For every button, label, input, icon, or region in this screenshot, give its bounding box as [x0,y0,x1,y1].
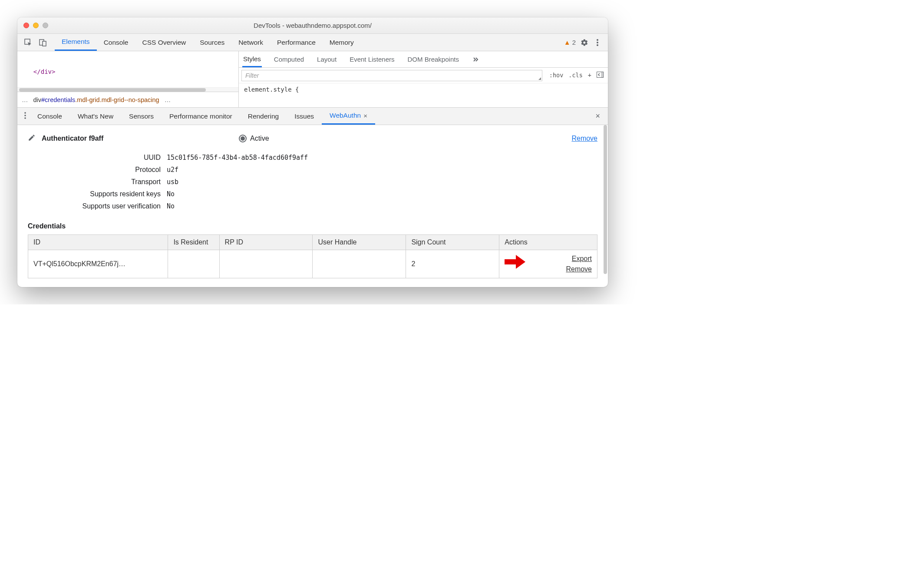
table-header-row: ID Is Resident RP ID User Handle Sign Co… [28,235,597,250]
drawer-close-x-icon[interactable]: × [591,112,604,121]
authenticator-header: Authenticator f9aff Active Remove [28,134,597,143]
warnings-badge[interactable]: ▲ 2 [564,39,576,46]
drawer-tab-rendering[interactable]: Rendering [240,108,287,125]
main-tabs: Elements Console CSS Overview Sources Ne… [55,34,375,51]
drawer-tab-issues[interactable]: Issues [287,108,322,125]
active-radio[interactable]: Active [239,135,269,142]
drawer-tab-console[interactable]: Console [30,108,70,125]
edit-pencil-icon[interactable] [28,134,36,143]
styles-tab-event-listeners[interactable]: Event Listeners [349,52,395,66]
zoom-window-button[interactable] [43,23,48,28]
close-window-button[interactable] [23,23,29,28]
hov-toggle[interactable]: :hov [549,72,564,79]
titlebar: DevTools - webauthndemo.appspot.com/ [17,17,608,34]
prop-label: Protocol [28,166,167,174]
table-row: VT+Ql516ObcpKRM2En67j… 2 Export Remove [28,250,597,278]
toggle-sidebar-icon[interactable] [597,72,604,79]
col-user-handle: User Handle [313,235,406,250]
drawer-tab-performance-monitor[interactable]: Performance monitor [162,108,240,125]
minimize-window-button[interactable] [33,23,39,28]
svg-rect-2 [43,41,46,46]
breadcrumb-suffix: … [165,96,171,103]
dom-horizontal-scrollbar[interactable] [17,87,238,92]
styles-tab-dom-breakpoints[interactable]: DOM Breakpoints [407,52,460,66]
cell-user-handle [313,250,406,278]
settings-gear-icon[interactable] [580,38,589,47]
styles-tab-layout[interactable]: Layout [316,52,337,66]
cell-is-resident [168,250,219,278]
cell-sign-count: 2 [406,250,499,278]
device-toolbar-icon[interactable] [36,36,50,49]
prop-label: Supports user verification [28,202,167,210]
svg-point-3 [597,39,598,41]
styles-filter-row: Filter :hov .cls + [239,68,608,83]
cls-toggle[interactable]: .cls [568,72,583,79]
webauthn-panel-wrap: Authenticator f9aff Active Remove UUID 1… [17,125,608,287]
styles-tab-styles[interactable]: Styles [242,52,262,67]
prop-label: UUID [28,154,167,162]
svg-point-8 [24,112,26,114]
prop-row-resident-keys: Supports resident keys No [28,190,597,198]
tab-css-overview[interactable]: CSS Overview [135,34,193,51]
styles-more-chevron-icon[interactable] [471,55,480,64]
col-actions: Actions [499,235,597,250]
main-toolbar: Elements Console CSS Overview Sources Ne… [17,34,608,51]
tab-console[interactable]: Console [97,34,135,51]
drawer-tab-whats-new[interactable]: What's New [70,108,121,125]
active-label: Active [250,135,269,142]
cell-rp-id [219,250,313,278]
tab-elements[interactable]: Elements [55,34,97,51]
tab-memory[interactable]: Memory [323,34,361,51]
drawer-tabs: Console What's New Sensors Performance m… [17,108,608,125]
window-title: DevTools - webauthndemo.appspot.com/ [17,22,608,29]
breadcrumb-path[interactable]: div#credentials.mdl-grid.mdl-grid--no-sp… [33,96,159,103]
panel-vertical-scrollbar[interactable] [604,125,607,274]
drawer-tab-sensors[interactable]: Sensors [121,108,162,125]
tab-performance[interactable]: Performance [270,34,323,51]
devtools-window: DevTools - webauthndemo.appspot.com/ Ele… [17,17,608,287]
prop-label: Supports resident keys [28,190,167,198]
toolbar-right: ▲ 2 [564,38,604,47]
authenticator-properties: UUID 15c01f56-785f-43b4-ab58-4facd60f9af… [28,154,597,210]
drawer-kebab-icon[interactable] [21,112,30,121]
svg-rect-7 [601,72,603,77]
tab-network[interactable]: Network [231,34,270,51]
warning-triangle-icon: ▲ [564,39,571,46]
window-controls [23,23,48,28]
styles-tabs: Styles Computed Layout Event Listeners D… [239,51,608,68]
styles-tab-computed[interactable]: Computed [273,52,305,66]
svg-point-4 [597,42,598,43]
drawer-tab-webauthn[interactable]: WebAuthn × [322,108,375,125]
styles-filter-buttons: :hov .cls + [545,72,608,79]
radio-circle-icon [239,135,247,142]
dom-tree-pane[interactable]: </div> <script src="js/webauthn.js"></sc… [17,51,239,107]
elements-split: </div> <script src="js/webauthn.js"></sc… [17,51,608,108]
tab-sources[interactable]: Sources [193,34,231,51]
more-options-kebab-icon[interactable] [593,38,602,47]
warning-count: 2 [572,39,576,46]
prop-value: usb [167,178,178,186]
more-tabs-chevron-icon[interactable] [361,34,375,43]
prop-row-protocol: Protocol u2f [28,166,597,174]
credentials-table: ID Is Resident RP ID User Handle Sign Co… [28,234,597,278]
remove-authenticator-link[interactable]: Remove [571,135,597,142]
prop-value: No [167,202,175,210]
element-style-rule[interactable]: element.style { [239,83,608,96]
styles-filter-input[interactable]: Filter [241,70,542,81]
webauthn-panel: Authenticator f9aff Active Remove UUID 1… [17,125,608,287]
credentials-heading: Credentials [28,222,597,230]
prop-row-transport: Transport usb [28,178,597,186]
dom-code: </div> <script src="js/webauthn.js"></sc… [17,51,238,87]
cell-actions: Export Remove [499,250,597,278]
new-style-plus-icon[interactable]: + [588,72,591,79]
prop-label: Transport [28,178,167,186]
close-tab-x-icon[interactable]: × [363,112,367,119]
col-rp-id: RP ID [219,235,313,250]
svg-point-5 [597,44,598,46]
prop-row-user-verification: Supports user verification No [28,202,597,210]
breadcrumb-bar[interactable]: … div#credentials.mdl-grid.mdl-grid--no-… [17,92,238,107]
prop-value: 15c01f56-785f-43b4-ab58-4facd60f9aff [167,154,308,162]
breadcrumb-prefix: … [22,96,28,103]
authenticator-name: Authenticator f9aff [42,135,103,142]
inspect-element-icon[interactable] [21,36,36,49]
